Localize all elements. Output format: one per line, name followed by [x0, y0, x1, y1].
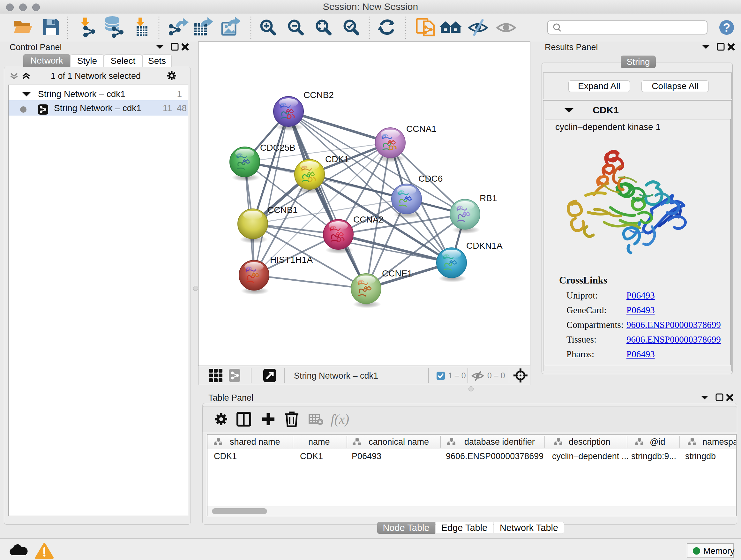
- svg-text:description: description: [569, 437, 610, 447]
- svg-text:String Network – cdk1: String Network – cdk1: [294, 371, 378, 381]
- svg-text:namespace: namespace: [702, 437, 736, 447]
- svg-text:CCNB2: CCNB2: [304, 90, 334, 100]
- svg-text:9606.ENSP00000378699: 9606.ENSP00000378699: [446, 451, 543, 461]
- svg-text:cyclin–dependent ...: cyclin–dependent ...: [552, 451, 629, 461]
- svg-text:@id: @id: [650, 437, 665, 447]
- svg-text:f(x): f(x): [331, 412, 349, 427]
- svg-text:1 – 0: 1 – 0: [448, 371, 466, 380]
- svg-text:RB1: RB1: [480, 193, 497, 203]
- svg-text:canonical name: canonical name: [368, 437, 429, 447]
- svg-text:CCNB1: CCNB1: [267, 205, 298, 215]
- svg-text:P06493: P06493: [352, 451, 381, 461]
- svg-text:stringdb: stringdb: [685, 451, 716, 461]
- svg-text:stringdb:9...: stringdb:9...: [631, 451, 676, 461]
- svg-text:?: ?: [723, 21, 731, 34]
- svg-text:CDK1: CDK1: [300, 451, 323, 461]
- svg-text:0 – 0: 0 – 0: [487, 371, 505, 380]
- svg-text:HIST1H1A: HIST1H1A: [270, 255, 313, 265]
- svg-text:shared name: shared name: [230, 437, 280, 447]
- svg-text:CDC25B: CDC25B: [260, 143, 295, 152]
- svg-text:CDC6: CDC6: [418, 174, 443, 184]
- svg-text:CDKN1A: CDKN1A: [466, 241, 502, 251]
- svg-text:database identifier: database identifier: [464, 437, 535, 447]
- svg-text:CCNE1: CCNE1: [382, 268, 412, 278]
- svg-text:CDK1: CDK1: [325, 154, 349, 164]
- svg-text:CCNA1: CCNA1: [406, 124, 436, 134]
- svg-text:CCNA2: CCNA2: [353, 214, 384, 225]
- svg-text:CDK1: CDK1: [214, 451, 237, 461]
- svg-text:name: name: [308, 437, 330, 447]
